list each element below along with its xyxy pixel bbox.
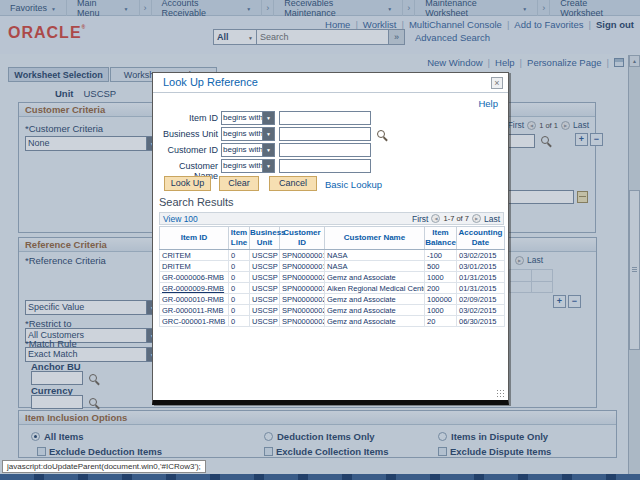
cell-item-balance[interactable]: 1000 xyxy=(425,272,457,283)
cell-customer-name[interactable]: NASA xyxy=(325,261,425,272)
customer-name-operator-select[interactable]: begins with xyxy=(221,159,275,173)
cell-item-line[interactable]: 0 xyxy=(229,250,250,261)
cell-accounting-date[interactable]: 01/31/2015 xyxy=(457,272,505,283)
cell-customer-name[interactable]: NASA xyxy=(325,250,425,261)
pagination-range: 1-7 of 7 xyxy=(443,214,468,223)
col-item-balance: Item Balance xyxy=(425,227,457,250)
item-id-label: Item ID xyxy=(153,113,218,123)
cell-accounting-date[interactable]: 03/02/2015 xyxy=(457,250,505,261)
business-unit-label: Business Unit xyxy=(153,129,218,139)
results-view-bar: View 100 First 1-7 of 7 Last xyxy=(159,212,504,225)
customer-name-row: Customer Name begins with xyxy=(153,159,508,173)
col-item-id: Item ID xyxy=(160,227,229,250)
cell-item-line[interactable]: 0 xyxy=(229,305,250,316)
close-icon[interactable] xyxy=(491,77,503,89)
cell-customer-id[interactable]: SPN0000001 xyxy=(280,261,325,272)
customer-id-label: Customer ID xyxy=(153,145,218,155)
operator-value: begins with xyxy=(222,160,262,172)
cell-customer-id[interactable]: SPN0000002 xyxy=(280,316,325,327)
cell-item-id[interactable]: GR-0000006-RMB xyxy=(160,272,229,283)
col-customer-id: Customer ID xyxy=(280,227,325,250)
cell-item-line[interactable]: 0 xyxy=(229,316,250,327)
cell-business-unit[interactable]: USCSP xyxy=(250,250,280,261)
cancel-button[interactable]: Cancel xyxy=(269,176,317,191)
status-bar: javascript:doUpdateParent(document.win0,… xyxy=(2,460,206,473)
basic-lookup-link[interactable]: Basic Lookup xyxy=(325,179,382,190)
cell-accounting-date[interactable]: 01/31/2015 xyxy=(457,283,505,294)
cell-item-line[interactable]: 0 xyxy=(229,261,250,272)
item-id-operator-select[interactable]: begins with xyxy=(221,111,275,125)
result-row: GR-0000011-RMB0USCSPSPN0000002Gemz and A… xyxy=(160,305,505,316)
cell-customer-id[interactable]: SPN0000001 xyxy=(280,250,325,261)
cell-customer-id[interactable]: SPN0000002 xyxy=(280,294,325,305)
taskbar xyxy=(0,474,640,480)
cell-item-balance[interactable]: 1000 xyxy=(425,305,457,316)
next-page-icon[interactable] xyxy=(472,214,481,223)
col-business-unit: Business Unit xyxy=(250,227,280,250)
cell-customer-name[interactable]: Gemz and Associate xyxy=(325,305,425,316)
cell-business-unit[interactable]: USCSP xyxy=(250,272,280,283)
modal-titlebar: Look Up Reference xyxy=(153,73,508,93)
cell-business-unit[interactable]: USCSP xyxy=(250,316,280,327)
cell-accounting-date[interactable]: 03/02/2015 xyxy=(457,305,505,316)
cell-accounting-date[interactable]: 03/01/2015 xyxy=(457,261,505,272)
cell-business-unit[interactable]: USCSP xyxy=(250,283,280,294)
customer-name-input[interactable] xyxy=(279,159,371,173)
cell-customer-name[interactable]: Gemz and Associate xyxy=(325,272,425,283)
cell-item-balance[interactable]: 500 xyxy=(425,261,457,272)
cell-customer-id[interactable]: SPN0000002 xyxy=(280,305,325,316)
business-unit-input[interactable] xyxy=(279,127,371,141)
cell-item-line[interactable]: 0 xyxy=(229,272,250,283)
cell-item-line[interactable]: 0 xyxy=(229,294,250,305)
modal-help-link[interactable]: Help xyxy=(478,98,498,109)
cell-item-balance[interactable]: 100000 xyxy=(425,294,457,305)
cell-business-unit[interactable]: USCSP xyxy=(250,261,280,272)
cell-customer-name[interactable]: Aiken Regional Medical Center xyxy=(325,283,425,294)
cell-item-id[interactable]: DRITEM xyxy=(160,261,229,272)
cell-business-unit[interactable]: USCSP xyxy=(250,294,280,305)
look-up-button[interactable]: Look Up xyxy=(164,176,211,191)
operator-value: begins with xyxy=(222,112,262,124)
cell-customer-id[interactable]: SPN0000002 xyxy=(280,272,325,283)
results-table: Item ID Item Line Business Unit Customer… xyxy=(159,226,505,327)
cell-customer-name[interactable]: Gemz and Associate xyxy=(325,294,425,305)
chevron-down-icon xyxy=(262,160,274,172)
col-accounting-date: Accounting Date xyxy=(457,227,505,250)
clear-button[interactable]: Clear xyxy=(219,176,259,191)
customer-id-operator-select[interactable]: begins with xyxy=(221,143,275,157)
cell-item-id[interactable]: GR-0000009-RMB xyxy=(160,283,229,294)
cell-item-line[interactable]: 0 xyxy=(229,283,250,294)
chevron-down-icon xyxy=(262,144,274,156)
cell-item-balance[interactable]: -100 xyxy=(425,250,457,261)
resize-grip[interactable] xyxy=(496,389,505,398)
col-item-line: Item Line xyxy=(229,227,250,250)
cell-item-id[interactable]: GR-0000010-RMB xyxy=(160,294,229,305)
cell-item-balance[interactable]: 20 xyxy=(425,316,457,327)
pagination-last-label[interactable]: Last xyxy=(484,214,500,224)
business-unit-operator-select[interactable]: begins with xyxy=(221,127,275,141)
cell-item-id[interactable]: CRITEM xyxy=(160,250,229,261)
item-id-row: Item ID begins with xyxy=(153,111,508,125)
cell-item-id[interactable]: GR-0000011-RMB xyxy=(160,305,229,316)
cell-customer-name[interactable]: Gemz and Associate xyxy=(325,316,425,327)
customer-id-input[interactable] xyxy=(279,143,371,157)
cell-item-id[interactable]: GRC-000001-RMB xyxy=(160,316,229,327)
cell-business-unit[interactable]: USCSP xyxy=(250,305,280,316)
col-customer-name: Customer Name xyxy=(325,227,425,250)
operator-value: begins with xyxy=(222,128,262,140)
pagination-first-label[interactable]: First xyxy=(412,214,429,224)
business-unit-row: Business Unit begins with xyxy=(153,127,508,141)
cell-accounting-date[interactable]: 06/30/2015 xyxy=(457,316,505,327)
result-row: CRITEM0USCSPSPN0000001NASA-10003/02/2015 xyxy=(160,250,505,261)
cell-accounting-date[interactable]: 02/09/2015 xyxy=(457,294,505,305)
result-row: GR-0000010-RMB0USCSPSPN0000002Gemz and A… xyxy=(160,294,505,305)
chevron-down-icon xyxy=(262,112,274,124)
item-id-input[interactable] xyxy=(279,111,371,125)
cell-item-balance[interactable]: 200 xyxy=(425,283,457,294)
result-row: GRC-000001-RMB0USCSPSPN0000002Gemz and A… xyxy=(160,316,505,327)
view-100-link[interactable]: View 100 xyxy=(163,214,198,224)
result-row: DRITEM0USCSPSPN0000001NASA50003/01/2015 xyxy=(160,261,505,272)
cell-customer-id[interactable]: SPN0000003 xyxy=(280,283,325,294)
lookup-magnifier-icon[interactable] xyxy=(377,130,385,138)
previous-page-icon[interactable] xyxy=(431,214,440,223)
